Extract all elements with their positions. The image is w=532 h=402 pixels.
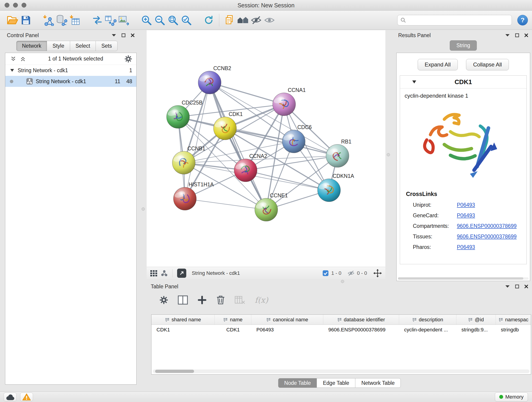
network-arrows-button[interactable] (91, 13, 104, 27)
crosslink-link[interactable]: P06493 (457, 244, 475, 250)
help-button[interactable]: ? (517, 15, 528, 26)
column-header[interactable]: description (399, 315, 456, 325)
panel-close-button[interactable] (131, 33, 135, 37)
network-node[interactable]: CDC25B (167, 100, 203, 128)
table-cell[interactable]: stringdb (496, 325, 531, 335)
gear-icon (159, 296, 168, 304)
table-cell[interactable]: stringdb:9... (456, 325, 496, 335)
home-button[interactable] (236, 13, 249, 27)
table-cell[interactable]: cyclin-dependent ... (399, 325, 456, 335)
network-row[interactable]: String Network - cdk1 11 48 (5, 76, 136, 87)
network-collection-row[interactable]: String Network - cdk1 1 (5, 65, 136, 76)
crosslink-link[interactable]: P06493 (457, 212, 475, 219)
results-menu-button[interactable] (505, 34, 510, 37)
zoom-fit-button[interactable] (166, 13, 180, 27)
table-float-button[interactable] (515, 284, 519, 288)
network-node[interactable]: CDK1 (214, 111, 243, 140)
splitter-handle[interactable] (387, 153, 390, 156)
tab-node-table[interactable]: Node Table (278, 378, 317, 388)
results-scrollbar[interactable] (398, 277, 529, 280)
save-session-button[interactable] (19, 13, 32, 27)
expand-all-button[interactable]: Expand All (418, 59, 458, 70)
function-builder-button[interactable]: f(x) (255, 295, 268, 305)
duplicate-pages-button[interactable] (223, 13, 236, 27)
show-columns-button[interactable] (178, 295, 188, 305)
network-node[interactable]: CCNA1 (273, 87, 306, 116)
network-node[interactable]: HIST1H1A (173, 182, 214, 210)
panel-menu-button[interactable] (111, 34, 116, 37)
table-close-button[interactable] (524, 284, 528, 288)
search-box[interactable] (397, 15, 512, 26)
memory-button[interactable]: Memory (495, 392, 528, 402)
table-options-gear-button[interactable] (159, 296, 168, 304)
delete-column-button[interactable] (216, 295, 225, 305)
table-cell[interactable]: P06493 (251, 325, 323, 335)
crosslink-link[interactable]: 9606.ENSP00000378699 (457, 223, 517, 229)
show-graphics-details-button[interactable] (263, 13, 276, 27)
splitter-handle[interactable] (341, 280, 344, 283)
network-overview-button[interactable] (161, 270, 168, 277)
zoom-in-button[interactable] (140, 13, 153, 27)
crosslink-link[interactable]: P06493 (457, 202, 475, 208)
tab-network-table[interactable]: Network Table (355, 378, 401, 388)
network-edge[interactable] (210, 83, 284, 104)
search-input[interactable] (409, 17, 509, 23)
tab-network[interactable]: Network (16, 41, 47, 51)
network-from-table-button[interactable] (104, 13, 117, 27)
network-node[interactable]: CDKN1A (317, 173, 354, 202)
collapse-all-button[interactable]: Collapse All (466, 59, 509, 70)
tab-select[interactable]: Select (70, 41, 96, 51)
create-column-button[interactable] (197, 295, 207, 305)
network-options-gear-button[interactable] (123, 54, 133, 64)
network-node[interactable]: RB1 (326, 139, 351, 167)
table-row[interactable]: CDK1CDK1P064939606.ENSP00000378699cyclin… (152, 325, 531, 335)
panel-float-button[interactable] (121, 33, 126, 37)
open-session-button[interactable] (6, 13, 19, 27)
hidden-eye-slash-icon (347, 269, 355, 277)
tab-sets[interactable]: Sets (95, 41, 118, 51)
network-node[interactable]: CCNB1 (172, 146, 205, 174)
splitter-handle[interactable] (142, 207, 145, 211)
network-node[interactable]: CCNB2 (198, 65, 231, 94)
tab-style[interactable]: Style (47, 41, 70, 51)
column-header[interactable]: database identifier (323, 315, 399, 325)
network-canvas[interactable]: CCNB2CCNA1CDC25BCDK1CDC6RB1CCNB1CCNA2CDK… (147, 30, 385, 267)
zoom-selected-button[interactable] (180, 13, 193, 27)
zoom-out-button[interactable] (153, 13, 166, 27)
column-header[interactable]: canonical name (251, 315, 323, 325)
birdseye-view-button[interactable] (150, 270, 158, 277)
section-collapse-button[interactable] (412, 80, 417, 84)
network-edge[interactable] (185, 199, 266, 210)
table-menu-button[interactable] (505, 285, 510, 288)
refresh-layout-button[interactable] (202, 13, 215, 27)
scrollbar-thumb[interactable] (155, 370, 194, 373)
import-network-file-button[interactable] (42, 13, 55, 27)
clear-table-button[interactable] (234, 295, 245, 305)
export-network-button[interactable] (177, 269, 186, 278)
hide-graphics-details-button[interactable] (249, 13, 263, 27)
import-table-button[interactable] (68, 13, 82, 27)
expand-all-networks-button[interactable] (18, 54, 28, 64)
export-image-button[interactable] (117, 13, 131, 27)
network-edge[interactable] (210, 83, 266, 210)
crosslink-link[interactable]: 9606.ENSP00000378699 (457, 234, 517, 240)
import-network-database-button[interactable] (55, 13, 68, 27)
tab-string[interactable]: String (450, 40, 477, 51)
column-header[interactable]: name (215, 315, 251, 325)
column-header[interactable]: @id (456, 315, 496, 325)
column-header[interactable]: shared name (152, 315, 215, 325)
warnings-button[interactable] (20, 393, 33, 401)
table-horizontal-scrollbar[interactable] (153, 370, 530, 373)
tab-edge-table[interactable]: Edge Table (317, 378, 355, 388)
column-header[interactable]: namespac (496, 315, 531, 325)
results-close-button[interactable] (524, 33, 528, 37)
cloud-status-button[interactable] (4, 393, 17, 401)
chevrons-up-icon (20, 56, 26, 62)
table-cell[interactable]: 9606.ENSP00000378699 (323, 325, 399, 335)
pan-mode-button[interactable] (373, 269, 382, 278)
collection-expander-icon[interactable] (10, 69, 14, 72)
results-float-button[interactable] (515, 33, 519, 37)
table-cell[interactable]: CDK1 (215, 325, 251, 335)
collapse-all-networks-button[interactable] (8, 54, 18, 64)
table-cell[interactable]: CDK1 (152, 325, 215, 335)
